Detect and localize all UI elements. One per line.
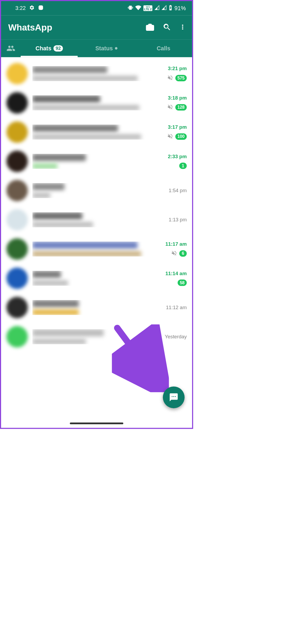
tab-status-label: Status — [95, 45, 113, 52]
chat-meta-row: 575 — [167, 75, 187, 81]
tab-calls[interactable]: Calls — [135, 39, 192, 57]
chat-meta-row: 100 — [167, 133, 187, 140]
chat-message-redacted — [32, 222, 93, 227]
chat-name-redacted — [32, 66, 107, 73]
chat-meta: 3:18 pm128 — [160, 95, 187, 111]
chat-avatar[interactable] — [6, 209, 28, 230]
tab-communities[interactable] — [1, 44, 21, 53]
muted-icon — [171, 250, 177, 257]
tab-chats-label: Chats — [36, 45, 51, 52]
chat-time: 1:54 pm — [169, 188, 187, 193]
chat-name-redacted — [32, 183, 64, 190]
app-bar: WhatsApp — [1, 15, 192, 39]
chat-content — [32, 154, 155, 169]
chat-time: 3:17 pm — [168, 124, 186, 130]
svg-point-5 — [182, 26, 183, 28]
unread-count-badge: 128 — [175, 104, 187, 111]
chat-row[interactable]: 3:17 pm100 — [1, 118, 192, 147]
chat-content — [32, 183, 155, 198]
battery-percent: 91% — [174, 5, 186, 12]
unread-count-badge: 100 — [175, 133, 187, 140]
muted-icon — [167, 104, 173, 111]
new-chat-fab[interactable] — [163, 387, 185, 408]
chat-avatar[interactable] — [6, 297, 28, 318]
chat-content — [32, 95, 155, 110]
chat-row[interactable]: 3:21 pm575 — [1, 59, 192, 88]
tab-calls-label: Calls — [157, 45, 170, 52]
navigation-pill[interactable] — [70, 422, 123, 424]
chat-row[interactable]: 11:17 am6 — [1, 234, 192, 264]
chat-meta: 3:21 pm575 — [160, 66, 187, 82]
chat-name-redacted — [32, 300, 79, 307]
chat-message-redacted — [32, 251, 141, 256]
chat-avatar[interactable] — [6, 268, 28, 289]
tab-chats-badge: 92 — [54, 45, 63, 51]
svg-point-2 — [42, 6, 43, 7]
chat-message-redacted — [32, 105, 139, 110]
chat-content — [32, 212, 155, 227]
chat-message-redacted — [32, 76, 138, 81]
chat-time: 3:21 pm — [168, 66, 186, 71]
chat-avatar[interactable] — [6, 92, 28, 113]
more-icon[interactable] — [180, 22, 186, 32]
chat-time: 2:33 pm — [168, 154, 186, 159]
chat-message-redacted — [32, 281, 68, 286]
chat-time: 11:17 am — [165, 241, 187, 247]
status-time: 3:22 — [15, 5, 26, 11]
chat-avatar[interactable] — [6, 151, 28, 172]
settings-icon — [29, 5, 35, 12]
unread-count-badge: 575 — [175, 75, 187, 81]
tab-status[interactable]: Status — [78, 39, 135, 57]
battery-icon — [169, 5, 172, 12]
chat-content — [32, 241, 155, 256]
chat-meta-row: 128 — [167, 104, 187, 111]
tab-chats[interactable]: Chats 92 — [21, 39, 78, 57]
chat-name-redacted — [32, 154, 86, 161]
chat-row[interactable]: 11:12 am — [1, 293, 192, 322]
status-bar: 3:22 Vo¹)LTE 2 91% — [1, 1, 192, 15]
chat-message-redacted — [32, 339, 86, 344]
svg-point-3 — [148, 26, 151, 29]
chat-content — [32, 125, 155, 140]
chat-time: 3:18 pm — [168, 95, 186, 101]
svg-point-4 — [182, 25, 183, 26]
chat-meta-row: 1 — [179, 162, 187, 169]
unread-count-badge: 58 — [178, 279, 187, 286]
chat-meta: Yesterday — [160, 334, 187, 339]
chat-name-redacted — [32, 212, 82, 219]
svg-point-1 — [40, 7, 42, 9]
chat-avatar[interactable] — [6, 180, 28, 201]
chat-avatar[interactable] — [6, 326, 28, 347]
status-right: Vo¹)LTE 2 91% — [128, 5, 186, 12]
chat-avatar[interactable] — [6, 122, 28, 143]
chat-avatar[interactable] — [6, 63, 28, 84]
chat-row[interactable]: 11:14 am58 — [1, 264, 192, 293]
chat-meta: 3:17 pm100 — [160, 124, 187, 140]
unread-count-badge: 1 — [179, 162, 187, 169]
chat-meta: 11:17 am6 — [160, 241, 187, 257]
instagram-icon — [38, 5, 44, 12]
chat-meta: 2:33 pm1 — [160, 154, 187, 169]
app-title: WhatsApp — [8, 22, 146, 33]
chat-row[interactable]: 2:33 pm1 — [1, 147, 192, 176]
chat-message-redacted — [32, 193, 50, 198]
chat-list[interactable]: 3:21 pm5753:18 pm1283:17 pm1002:33 pm11:… — [1, 57, 192, 351]
chat-row[interactable]: 1:54 pm — [1, 176, 192, 205]
muted-icon — [167, 133, 173, 140]
chat-row[interactable]: 1:13 pm — [1, 205, 192, 234]
search-icon[interactable] — [162, 22, 171, 32]
chat-time: 1:13 pm — [169, 217, 187, 223]
chat-message-redacted — [32, 134, 141, 139]
chat-name-redacted — [32, 95, 100, 103]
signal-icon-1 — [154, 5, 159, 11]
chat-meta: 11:14 am58 — [160, 271, 187, 286]
camera-icon[interactable] — [146, 22, 154, 32]
chat-row[interactable]: Yesterday — [1, 322, 192, 351]
new-chat-icon — [169, 393, 178, 402]
tab-bar: Chats 92 Status Calls — [1, 39, 192, 57]
chat-message-redacted — [32, 164, 57, 169]
chat-row[interactable]: 3:18 pm128 — [1, 88, 192, 118]
chat-content — [32, 329, 155, 344]
chat-avatar[interactable] — [6, 238, 28, 260]
chat-name-redacted — [32, 125, 118, 132]
